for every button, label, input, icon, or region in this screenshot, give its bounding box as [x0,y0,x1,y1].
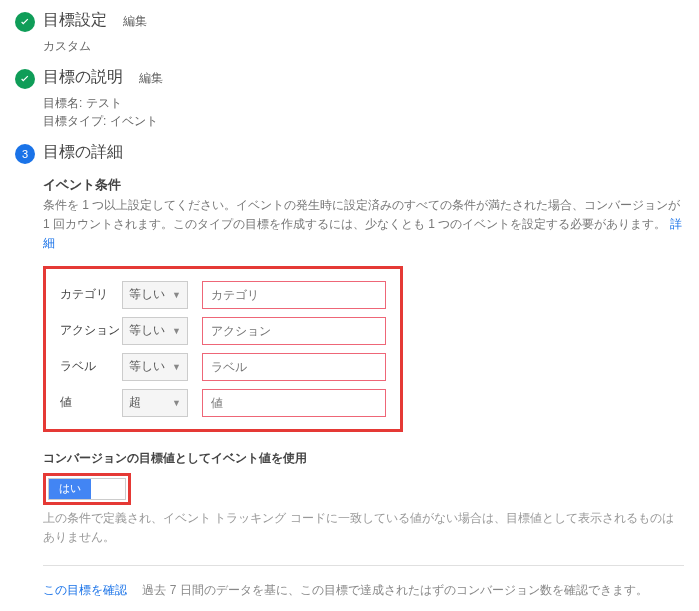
divider [43,565,684,566]
step-subtitle: カスタム [43,37,684,55]
toggle-on-label: はい [49,479,91,499]
verify-desc: 過去 7 日間のデータを基に、この目標で達成されたはずのコンバージョン数を確認で… [142,583,647,597]
condition-row-action: アクション 等しい ▼ [60,317,386,345]
caret-down-icon: ▼ [172,362,181,372]
step-title: 目標の詳細 [43,143,123,160]
condition-row-value: 値 超 ▼ [60,389,386,417]
goal-type-line: 目標タイプ: イベント [43,112,684,130]
label-input[interactable] [202,353,386,381]
toggle-off-side [91,479,125,499]
edit-link[interactable]: 編集 [139,71,163,85]
condition-label: カテゴリ [60,286,122,303]
condition-row-category: カテゴリ 等しい ▼ [60,281,386,309]
use-event-value-toggle[interactable]: はい [48,478,126,500]
operator-select[interactable]: 超 ▼ [122,389,188,417]
edit-link[interactable]: 編集 [123,14,147,28]
operator-select[interactable]: 等しい ▼ [122,353,188,381]
condition-label: アクション [60,322,122,339]
event-conditions-box: カテゴリ 等しい ▼ アクション 等しい ▼ ラベル 等しい ▼ 値 [43,266,403,432]
verify-row: この目標を確認 過去 7 日間のデータを基に、この目標で達成されたはずのコンバー… [43,582,684,599]
operator-select[interactable]: 等しい ▼ [122,281,188,309]
step-goal-details: 3 目標の詳細 [15,142,684,164]
operator-select[interactable]: 等しい ▼ [122,317,188,345]
check-icon [15,12,35,32]
step-title: 目標設定 [43,11,107,28]
toggle-highlight-box: はい [43,473,131,505]
condition-row-label: ラベル 等しい ▼ [60,353,386,381]
step-title: 目標の説明 [43,68,123,85]
caret-down-icon: ▼ [172,326,181,336]
event-value-note: 上の条件で定義され、イベント トラッキング コードに一致している値がない場合は、… [43,509,684,547]
use-event-value-heading: コンバージョンの目標値としてイベント値を使用 [43,450,684,467]
caret-down-icon: ▼ [172,398,181,408]
action-input[interactable] [202,317,386,345]
caret-down-icon: ▼ [172,290,181,300]
step-number-icon: 3 [15,144,35,164]
check-icon [15,69,35,89]
step-goal-setting: 目標設定 編集 カスタム [15,10,684,55]
category-input[interactable] [202,281,386,309]
value-input[interactable] [202,389,386,417]
condition-label: 値 [60,394,122,411]
condition-label: ラベル [60,358,122,375]
step-goal-description: 目標の説明 編集 目標名: テスト 目標タイプ: イベント [15,67,684,130]
event-conditions-heading: イベント条件 [43,176,684,194]
event-conditions-desc: 条件を 1 つ以上設定してください。イベントの発生時に設定済みのすべての条件が満… [43,196,684,254]
goal-name-line: 目標名: テスト [43,94,684,112]
verify-goal-link[interactable]: この目標を確認 [43,583,127,597]
